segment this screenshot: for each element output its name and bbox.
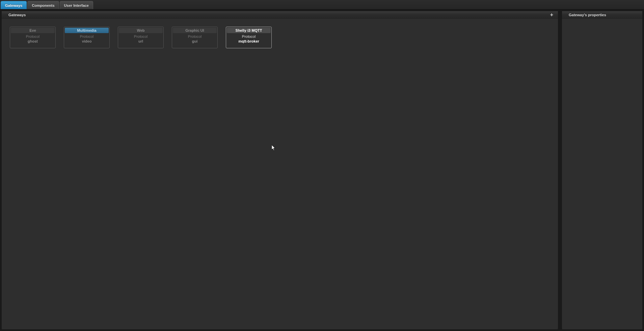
properties-body <box>562 19 642 329</box>
add-gateway-button[interactable]: + <box>549 12 555 18</box>
gateway-card[interactable]: Shelly i3 MQTTProtocolmqtt-broker <box>226 27 272 48</box>
gateway-card-protocol-label: Protocol <box>134 34 147 39</box>
gateway-card-protocol-label: Protocol <box>242 34 256 39</box>
gateway-card-protocol-value: mqtt-broker <box>238 39 259 43</box>
tab-user-interface[interactable]: User Interface <box>60 1 93 9</box>
gateways-panel: Gateways + EveProtocolghostMultimediaPro… <box>1 11 558 330</box>
properties-panel: Gateway's properties <box>562 11 643 330</box>
gateway-card-protocol-label: Protocol <box>80 34 93 39</box>
gateway-card[interactable]: Graphic UIProtocolgui <box>172 27 218 48</box>
tab-gateways[interactable]: Gateways <box>1 1 27 9</box>
gateway-card-protocol-value: video <box>82 39 92 43</box>
gateway-card-protocol-value: url <box>138 39 143 43</box>
gateway-card-title: Eve <box>11 28 55 33</box>
gateway-card-title: Graphic UI <box>173 28 217 33</box>
properties-panel-title: Gateway's properties <box>569 13 606 17</box>
gateway-card-protocol-label: Protocol <box>188 34 202 39</box>
gateway-card-protocol-value: gui <box>192 39 198 43</box>
gateway-card[interactable]: MultimediaProtocolvideo <box>64 27 110 48</box>
app-root: Gateways Components User Interface Gatew… <box>0 0 644 331</box>
gateway-card-title: Multimedia <box>65 28 109 33</box>
gateway-card[interactable]: EveProtocolghost <box>10 27 56 48</box>
content-wrap: Gateways + EveProtocolghostMultimediaPro… <box>0 9 644 331</box>
gateway-card-protocol-value: ghost <box>28 39 38 43</box>
gateways-panel-title: Gateways <box>8 13 26 17</box>
gateway-card[interactable]: WebProtocolurl <box>118 27 164 48</box>
top-tab-bar: Gateways Components User Interface <box>0 0 644 9</box>
gateways-list: EveProtocolghostMultimediaProtocolvideoW… <box>2 19 558 329</box>
gateway-card-title: Web <box>119 28 163 33</box>
tab-components[interactable]: Components <box>27 1 59 9</box>
gateway-card-protocol-label: Protocol <box>26 34 39 39</box>
gateways-panel-header: Gateways + <box>2 11 558 19</box>
main-panel: Gateways + EveProtocolghostMultimediaPro… <box>1 11 643 330</box>
properties-panel-header: Gateway's properties <box>562 11 642 19</box>
gateway-card-title: Shelly i3 MQTT <box>227 28 271 33</box>
